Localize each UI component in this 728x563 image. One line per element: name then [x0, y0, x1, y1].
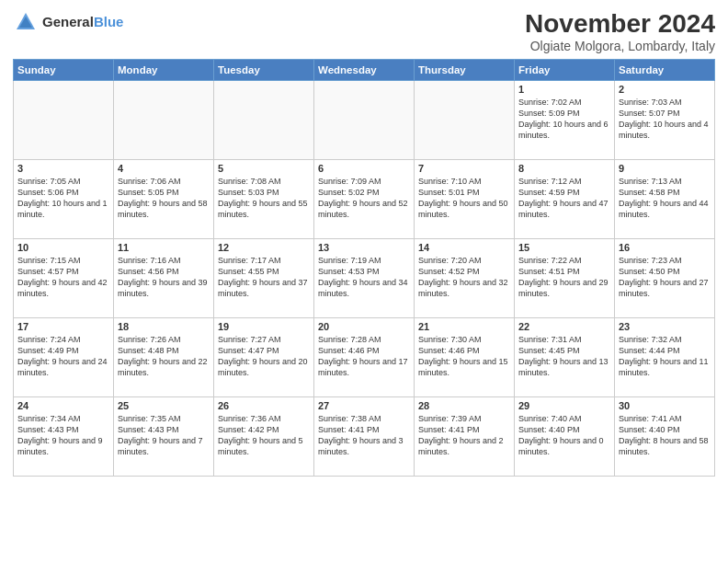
calendar-week-2: 3Sunrise: 7:05 AM Sunset: 5:06 PM Daylig…: [14, 160, 715, 239]
calendar-cell: 15Sunrise: 7:22 AM Sunset: 4:51 PM Dayli…: [515, 239, 615, 318]
day-info: Sunrise: 7:02 AM Sunset: 5:09 PM Dayligh…: [518, 97, 610, 142]
calendar: SundayMondayTuesdayWednesdayThursdayFrid…: [13, 59, 715, 477]
calendar-header-row: SundayMondayTuesdayWednesdayThursdayFrid…: [14, 60, 715, 81]
calendar-cell: 14Sunrise: 7:20 AM Sunset: 4:52 PM Dayli…: [415, 239, 515, 318]
day-number: 7: [418, 163, 510, 174]
title-area: November 2024 Olgiate Molgora, Lombardy,…: [525, 9, 715, 53]
day-info: Sunrise: 7:17 AM Sunset: 4:55 PM Dayligh…: [218, 255, 310, 300]
day-number: 29: [518, 400, 610, 411]
calendar-cell: 20Sunrise: 7:28 AM Sunset: 4:46 PM Dayli…: [314, 318, 415, 397]
day-number: 14: [418, 242, 510, 253]
calendar-cell: 12Sunrise: 7:17 AM Sunset: 4:55 PM Dayli…: [214, 239, 314, 318]
day-info: Sunrise: 7:27 AM Sunset: 4:47 PM Dayligh…: [218, 334, 310, 379]
day-number: 24: [17, 400, 109, 411]
day-info: Sunrise: 7:03 AM Sunset: 5:07 PM Dayligh…: [619, 97, 711, 142]
col-header-tuesday: Tuesday: [214, 60, 314, 81]
day-info: Sunrise: 7:15 AM Sunset: 4:57 PM Dayligh…: [17, 255, 109, 300]
calendar-cell: 25Sunrise: 7:35 AM Sunset: 4:43 PM Dayli…: [114, 397, 214, 477]
calendar-cell: [14, 81, 114, 160]
calendar-cell: 23Sunrise: 7:32 AM Sunset: 4:44 PM Dayli…: [615, 318, 715, 397]
day-info: Sunrise: 7:16 AM Sunset: 4:56 PM Dayligh…: [118, 255, 210, 300]
day-number: 6: [318, 163, 410, 174]
day-info: Sunrise: 7:35 AM Sunset: 4:43 PM Dayligh…: [118, 413, 210, 458]
day-info: Sunrise: 7:23 AM Sunset: 4:50 PM Dayligh…: [619, 255, 711, 300]
calendar-cell: 16Sunrise: 7:23 AM Sunset: 4:50 PM Dayli…: [615, 239, 715, 318]
calendar-cell: 4Sunrise: 7:06 AM Sunset: 5:05 PM Daylig…: [114, 160, 214, 239]
calendar-cell: 17Sunrise: 7:24 AM Sunset: 4:49 PM Dayli…: [14, 318, 114, 397]
day-number: 15: [518, 242, 610, 253]
day-number: 20: [318, 321, 410, 332]
day-number: 9: [619, 163, 711, 174]
day-number: 4: [118, 163, 210, 174]
calendar-cell: [114, 81, 214, 160]
calendar-week-5: 24Sunrise: 7:34 AM Sunset: 4:43 PM Dayli…: [14, 397, 715, 477]
day-number: 13: [318, 242, 410, 253]
calendar-cell: 9Sunrise: 7:13 AM Sunset: 4:58 PM Daylig…: [615, 160, 715, 239]
day-number: 30: [619, 400, 711, 411]
day-number: 16: [619, 242, 711, 253]
title-location: Olgiate Molgora, Lombardy, Italy: [525, 39, 715, 53]
day-number: 26: [218, 400, 310, 411]
calendar-cell: 2Sunrise: 7:03 AM Sunset: 5:07 PM Daylig…: [615, 81, 715, 160]
day-number: 21: [418, 321, 510, 332]
day-number: 25: [118, 400, 210, 411]
day-info: Sunrise: 7:08 AM Sunset: 5:03 PM Dayligh…: [218, 176, 310, 221]
day-number: 19: [218, 321, 310, 332]
day-info: Sunrise: 7:30 AM Sunset: 4:46 PM Dayligh…: [418, 334, 510, 379]
day-number: 5: [218, 163, 310, 174]
day-info: Sunrise: 7:09 AM Sunset: 5:02 PM Dayligh…: [318, 176, 410, 221]
calendar-cell: 24Sunrise: 7:34 AM Sunset: 4:43 PM Dayli…: [14, 397, 114, 477]
day-info: Sunrise: 7:40 AM Sunset: 4:40 PM Dayligh…: [518, 413, 610, 458]
day-number: 17: [17, 321, 109, 332]
calendar-cell: [415, 81, 515, 160]
day-info: Sunrise: 7:36 AM Sunset: 4:42 PM Dayligh…: [218, 413, 310, 458]
logo-icon: [13, 9, 39, 35]
day-number: 3: [17, 163, 109, 174]
day-info: Sunrise: 7:05 AM Sunset: 5:06 PM Dayligh…: [17, 176, 109, 221]
day-number: 8: [518, 163, 610, 174]
calendar-cell: 19Sunrise: 7:27 AM Sunset: 4:47 PM Dayli…: [214, 318, 314, 397]
day-number: 1: [518, 84, 610, 95]
day-number: 12: [218, 242, 310, 253]
calendar-cell: 10Sunrise: 7:15 AM Sunset: 4:57 PM Dayli…: [14, 239, 114, 318]
day-info: Sunrise: 7:20 AM Sunset: 4:52 PM Dayligh…: [418, 255, 510, 300]
page: GeneralBlue November 2024 Olgiate Molgor…: [0, 0, 728, 563]
calendar-cell: 13Sunrise: 7:19 AM Sunset: 4:53 PM Dayli…: [314, 239, 415, 318]
day-number: 2: [619, 84, 711, 95]
header: GeneralBlue November 2024 Olgiate Molgor…: [13, 9, 715, 53]
day-info: Sunrise: 7:10 AM Sunset: 5:01 PM Dayligh…: [418, 176, 510, 221]
calendar-week-1: 1Sunrise: 7:02 AM Sunset: 5:09 PM Daylig…: [14, 81, 715, 160]
calendar-cell: 29Sunrise: 7:40 AM Sunset: 4:40 PM Dayli…: [515, 397, 615, 477]
calendar-cell: [314, 81, 415, 160]
col-header-thursday: Thursday: [415, 60, 515, 81]
day-info: Sunrise: 7:19 AM Sunset: 4:53 PM Dayligh…: [318, 255, 410, 300]
col-header-wednesday: Wednesday: [314, 60, 415, 81]
day-number: 18: [118, 321, 210, 332]
calendar-cell: 21Sunrise: 7:30 AM Sunset: 4:46 PM Dayli…: [415, 318, 515, 397]
calendar-cell: 26Sunrise: 7:36 AM Sunset: 4:42 PM Dayli…: [214, 397, 314, 477]
day-info: Sunrise: 7:12 AM Sunset: 4:59 PM Dayligh…: [518, 176, 610, 221]
calendar-cell: 8Sunrise: 7:12 AM Sunset: 4:59 PM Daylig…: [515, 160, 615, 239]
day-info: Sunrise: 7:32 AM Sunset: 4:44 PM Dayligh…: [619, 334, 711, 379]
day-info: Sunrise: 7:13 AM Sunset: 4:58 PM Dayligh…: [619, 176, 711, 221]
day-info: Sunrise: 7:41 AM Sunset: 4:40 PM Dayligh…: [619, 413, 711, 458]
logo: GeneralBlue: [13, 9, 123, 35]
calendar-cell: 6Sunrise: 7:09 AM Sunset: 5:02 PM Daylig…: [314, 160, 415, 239]
day-info: Sunrise: 7:31 AM Sunset: 4:45 PM Dayligh…: [518, 334, 610, 379]
calendar-cell: 22Sunrise: 7:31 AM Sunset: 4:45 PM Dayli…: [515, 318, 615, 397]
day-number: 27: [318, 400, 410, 411]
calendar-cell: 27Sunrise: 7:38 AM Sunset: 4:41 PM Dayli…: [314, 397, 415, 477]
calendar-cell: 11Sunrise: 7:16 AM Sunset: 4:56 PM Dayli…: [114, 239, 214, 318]
calendar-cell: 30Sunrise: 7:41 AM Sunset: 4:40 PM Dayli…: [615, 397, 715, 477]
calendar-cell: 5Sunrise: 7:08 AM Sunset: 5:03 PM Daylig…: [214, 160, 314, 239]
day-number: 23: [619, 321, 711, 332]
day-number: 22: [518, 321, 610, 332]
day-info: Sunrise: 7:26 AM Sunset: 4:48 PM Dayligh…: [118, 334, 210, 379]
col-header-monday: Monday: [114, 60, 214, 81]
calendar-cell: 7Sunrise: 7:10 AM Sunset: 5:01 PM Daylig…: [415, 160, 515, 239]
day-number: 10: [17, 242, 109, 253]
calendar-cell: 28Sunrise: 7:39 AM Sunset: 4:41 PM Dayli…: [415, 397, 515, 477]
calendar-cell: [214, 81, 314, 160]
col-header-saturday: Saturday: [615, 60, 715, 81]
day-info: Sunrise: 7:28 AM Sunset: 4:46 PM Dayligh…: [318, 334, 410, 379]
